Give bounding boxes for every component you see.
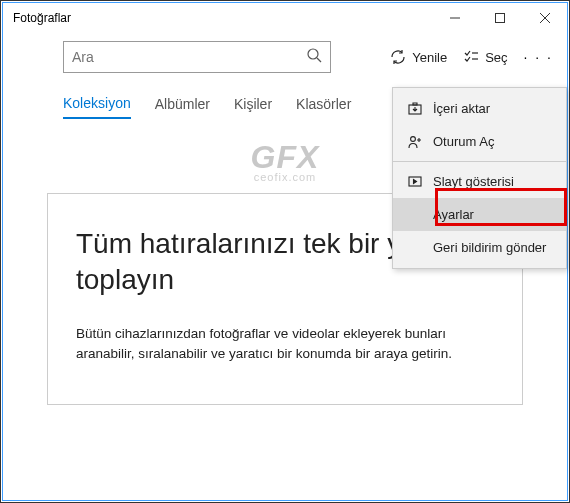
refresh-button[interactable]: Yenile <box>384 45 453 69</box>
refresh-icon <box>390 49 406 65</box>
window-title: Fotoğraflar <box>13 11 71 25</box>
menu-item-signin[interactable]: Oturum Aç <box>393 125 566 158</box>
search-icon[interactable] <box>306 47 322 67</box>
svg-point-4 <box>308 49 318 59</box>
tab-albums[interactable]: Albümler <box>155 96 210 118</box>
search-input[interactable] <box>72 49 306 65</box>
search-box[interactable] <box>63 41 331 73</box>
menu-item-feedback[interactable]: Geri bildirim gönder <box>393 231 566 264</box>
import-icon <box>407 102 423 116</box>
hero-subtitle: Bütün cihazlarınızdan fotoğraflar ve vid… <box>76 324 494 363</box>
close-button[interactable] <box>522 3 567 33</box>
menu-separator <box>393 161 566 162</box>
menu-item-slideshow[interactable]: Slayt gösterisi <box>393 165 566 198</box>
person-add-icon <box>407 135 423 149</box>
select-icon <box>463 49 479 65</box>
menu-label: İçeri aktar <box>433 101 490 116</box>
select-button[interactable]: Seç <box>457 45 513 69</box>
refresh-label: Yenile <box>412 50 447 65</box>
select-label: Seç <box>485 50 507 65</box>
titlebar: Fotoğraflar <box>3 3 567 33</box>
window-controls <box>432 3 567 33</box>
menu-label: Slayt gösterisi <box>433 174 514 189</box>
overflow-menu: İçeri aktar Oturum Aç Slayt gösterisi Ay… <box>392 87 567 269</box>
menu-item-settings[interactable]: Ayarlar <box>393 198 566 231</box>
svg-line-5 <box>317 58 321 62</box>
slideshow-icon <box>407 175 423 189</box>
minimize-button[interactable] <box>432 3 477 33</box>
toolbar: Yenile Seç · · · <box>3 33 567 81</box>
tab-folders[interactable]: Klasörler <box>296 96 351 118</box>
maximize-button[interactable] <box>477 3 522 33</box>
more-icon: · · · <box>524 49 553 65</box>
menu-item-import[interactable]: İçeri aktar <box>393 92 566 125</box>
menu-label: Ayarlar <box>433 207 474 222</box>
more-button[interactable]: · · · <box>518 45 559 69</box>
tab-collection[interactable]: Koleksiyon <box>63 95 131 119</box>
svg-point-9 <box>411 136 416 141</box>
app-window: Fotoğraflar <box>2 2 568 501</box>
menu-label: Geri bildirim gönder <box>433 240 546 255</box>
menu-label: Oturum Aç <box>433 134 494 149</box>
tab-people[interactable]: Kişiler <box>234 96 272 118</box>
svg-rect-1 <box>495 14 504 23</box>
